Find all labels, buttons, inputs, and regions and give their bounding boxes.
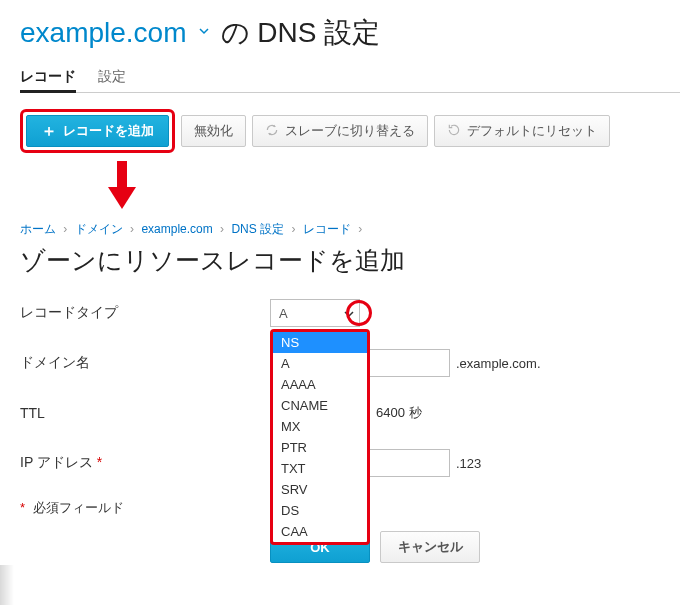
breadcrumb: ホーム › ドメイン › example.com › DNS 設定 › レコード… — [20, 221, 680, 238]
reset-icon — [447, 123, 461, 140]
ttl-hint: 6400 秒 — [376, 404, 422, 422]
reset-default-label: デフォルトにリセット — [467, 122, 597, 140]
record-type-label: レコードタイプ — [20, 304, 270, 322]
dropdown-option-txt[interactable]: TXT — [273, 458, 367, 479]
cancel-button[interactable]: キャンセル — [380, 531, 480, 563]
chevron-down-icon[interactable] — [199, 28, 209, 38]
plus-icon: ＋ — [41, 121, 57, 142]
breadcrumb-records[interactable]: レコード — [303, 222, 351, 236]
breadcrumb-sep: › — [358, 222, 362, 236]
breadcrumb-sep: › — [291, 222, 295, 236]
breadcrumb-domain[interactable]: example.com — [141, 222, 212, 236]
dropdown-option-ds[interactable]: DS — [273, 500, 367, 521]
breadcrumb-domain-section[interactable]: ドメイン — [75, 222, 123, 236]
highlight-frame: ＋ レコードを追加 — [20, 109, 175, 153]
breadcrumb-sep: › — [130, 222, 134, 236]
add-record-button[interactable]: ＋ レコードを追加 — [26, 115, 169, 147]
reset-default-button[interactable]: デフォルトにリセット — [434, 115, 610, 147]
page-title-suffix: の DNS 設定 — [221, 14, 381, 52]
page-domain-title[interactable]: example.com — [20, 17, 187, 49]
dropdown-option-caa[interactable]: CAA — [273, 521, 367, 542]
side-shadow — [0, 565, 14, 577]
add-record-label: レコードを追加 — [63, 122, 154, 140]
tab-records[interactable]: レコード — [20, 62, 76, 92]
domain-name-label: ドメイン名 — [20, 354, 270, 372]
ip-address-label: IP アドレス * — [20, 454, 270, 472]
dropdown-option-mx[interactable]: MX — [273, 416, 367, 437]
dropdown-option-a[interactable]: A — [273, 353, 367, 374]
switch-slave-label: スレーブに切り替える — [285, 122, 415, 140]
tab-settings[interactable]: 設定 — [98, 62, 126, 92]
required-asterisk: * — [97, 454, 102, 470]
ip-hint: .123 — [456, 456, 481, 471]
disable-label: 無効化 — [194, 122, 233, 140]
breadcrumb-sep: › — [220, 222, 224, 236]
dropdown-option-srv[interactable]: SRV — [273, 479, 367, 500]
breadcrumb-dns[interactable]: DNS 設定 — [231, 222, 284, 236]
switch-slave-button[interactable]: スレーブに切り替える — [252, 115, 428, 147]
record-type-select[interactable] — [270, 299, 360, 327]
ip-address-label-text: IP アドレス — [20, 454, 93, 470]
ttl-label: TTL — [20, 405, 270, 421]
breadcrumb-home[interactable]: ホーム — [20, 222, 56, 236]
domain-suffix: .example.com. — [456, 356, 541, 371]
tab-bar: レコード 設定 — [20, 62, 680, 93]
annotation-arrow-down-icon — [106, 161, 680, 211]
dropdown-option-ptr[interactable]: PTR — [273, 437, 367, 458]
dropdown-option-cname[interactable]: CNAME — [273, 395, 367, 416]
toolbar: ＋ レコードを追加 無効化 スレーブに切り替える デフォルトにリセット — [20, 109, 680, 153]
required-asterisk: * — [20, 500, 25, 515]
disable-button[interactable]: 無効化 — [181, 115, 246, 147]
required-note-text: 必須フィールド — [33, 500, 124, 515]
dropdown-option-aaaa[interactable]: AAAA — [273, 374, 367, 395]
page-heading: ゾーンにリソースレコードを追加 — [20, 244, 680, 277]
dropdown-option-ns[interactable]: NS — [273, 332, 367, 353]
record-type-dropdown: NS A AAAA CNAME MX PTR TXT SRV DS CAA — [270, 329, 370, 545]
breadcrumb-sep: › — [63, 222, 67, 236]
svg-rect-0 — [117, 161, 127, 189]
sync-icon — [265, 123, 279, 140]
